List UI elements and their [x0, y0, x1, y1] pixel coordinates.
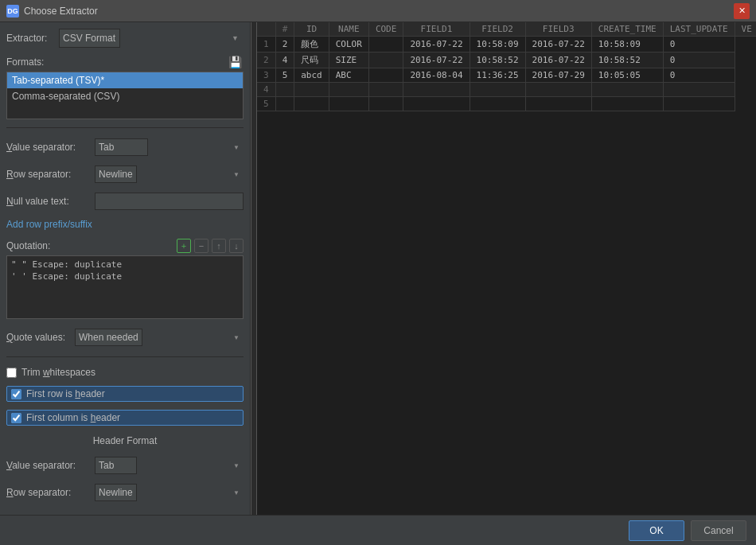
panel-divider — [251, 22, 257, 515]
formats-section: Formats: 💾 Tab-separated (TSV)* Comma-se… — [6, 56, 244, 119]
row-separator-select-wrapper: Newline CR+LF — [95, 165, 244, 183]
quote-values-select[interactable]: When needed Always Never — [75, 329, 142, 346]
cell-3-8: 10:05:05 — [591, 68, 663, 83]
format-item-csv[interactable]: Comma-separated (CSV) — [7, 88, 243, 104]
ok-button[interactable]: OK — [629, 520, 684, 541]
quotation-item-1: " " Escape: duplicate — [10, 259, 240, 271]
value-separator-select[interactable]: Tab Comma Semicolon — [95, 138, 148, 156]
null-value-input[interactable] — [95, 193, 244, 210]
cell-1-4 — [368, 37, 403, 53]
extractor-select[interactable]: CSV Format — [59, 29, 120, 48]
row-separator-2-select[interactable]: Newline CR+LF — [95, 484, 137, 501]
quotation-remove-button[interactable]: − — [194, 239, 208, 253]
null-value-row: Null value text: — [6, 193, 244, 210]
app-icon: DG — [6, 5, 19, 18]
quote-values-label: Quote values: — [6, 332, 70, 343]
cell-5-8 — [591, 97, 663, 111]
cell-1-9: 0 — [663, 37, 735, 53]
cell-3-9: 0 — [663, 68, 735, 83]
cell-5-6 — [470, 97, 525, 111]
value-separator-2-row: Value separator: Tab Comma — [6, 457, 244, 474]
title-bar: DG Choose Extractor ✕ — [0, 0, 756, 22]
formats-save-button[interactable]: 💾 — [227, 56, 244, 68]
cell-3-6: 11:36:25 — [470, 68, 525, 83]
cell-rownum-4: 4 — [257, 83, 275, 97]
header-format-label: Header Format — [6, 435, 244, 446]
cell-4-9 — [663, 83, 735, 97]
quotation-item-2: ' ' Escape: duplicate — [10, 271, 240, 282]
quotation-add-button[interactable]: + — [177, 239, 191, 253]
extractor-label: Extractor: — [6, 33, 54, 44]
cell-4-6 — [470, 83, 525, 97]
first-row-header-label[interactable]: First row is header — [26, 388, 105, 399]
table-row: 2 4 尺码 SIZE 2016-07-22 10:58:52 2016-07-… — [257, 53, 756, 68]
extractor-row: Extractor: CSV Format — [6, 29, 244, 48]
cell-rownum-5: 5 — [257, 97, 275, 111]
cell-3-3: ABC — [329, 68, 368, 83]
cell-5-7 — [525, 97, 591, 111]
col-field2: FIELD2 — [470, 22, 525, 37]
cancel-button[interactable]: Cancel — [691, 520, 746, 541]
dialog-title: Choose Extractor — [24, 6, 734, 17]
cell-3-1: 5 — [275, 68, 294, 83]
col-rownum — [257, 22, 275, 37]
row-separator-select[interactable]: Newline CR+LF — [95, 165, 137, 183]
cell-4-8 — [591, 83, 663, 97]
separator-1 — [6, 127, 244, 128]
right-panel: # ID NAME CODE FIELD1 FIELD2 FIELD3 CREA… — [257, 22, 756, 515]
cell-4-5 — [403, 83, 470, 97]
extractor-select-wrapper: CSV Format — [59, 29, 244, 48]
cell-4-1 — [275, 83, 294, 97]
quotation-label: Quotation: — [6, 240, 173, 251]
cell-2-6: 10:58:52 — [470, 53, 525, 68]
cell-3-2: abcd — [294, 68, 329, 83]
row-separator-2-label: Row separator: — [6, 487, 90, 498]
cell-5-3 — [329, 97, 368, 111]
null-value-label: Null value text: — [6, 196, 90, 207]
first-column-header-label[interactable]: First column is header — [26, 412, 120, 423]
first-row-header-checkbox[interactable] — [11, 389, 21, 399]
left-panel: Extractor: CSV Format Formats: 💾 Tab-sep… — [0, 22, 251, 515]
cell-5-4 — [368, 97, 403, 111]
quotation-down-button[interactable]: ↓ — [229, 239, 244, 253]
cell-5-5 — [403, 97, 470, 111]
close-button[interactable]: ✕ — [734, 3, 750, 19]
quote-values-row: Quote values: When needed Always Never — [6, 329, 244, 346]
row-separator-2-row: Row separator: Newline CR+LF — [6, 484, 244, 501]
col-code: CODE — [368, 22, 403, 37]
col-id: ID — [294, 22, 329, 37]
cell-rownum-1: 1 — [257, 37, 275, 53]
trim-whitespaces-row: Trim whitespaces — [6, 367, 244, 378]
quotation-header: Quotation: + − ↑ ↓ — [6, 239, 244, 253]
value-separator-select-wrapper: Tab Comma Semicolon — [95, 138, 244, 156]
first-column-header-checkbox[interactable] — [11, 413, 21, 423]
format-item-tsv[interactable]: Tab-separated (TSV)* — [7, 72, 243, 88]
value-separator-2-select-wrapper: Tab Comma — [95, 457, 244, 474]
cell-1-2: 颜色 — [294, 37, 329, 53]
col-name: NAME — [329, 22, 368, 37]
cell-5-1 — [275, 97, 294, 111]
add-row-prefix-suffix-link[interactable]: Add row prefix/suffix — [6, 219, 244, 230]
formats-label: Formats: — [6, 56, 44, 68]
first-row-header-row: First row is header — [6, 386, 244, 402]
quotation-up-button[interactable]: ↑ — [212, 239, 226, 253]
table-row: 1 2 颜色 COLOR 2016-07-22 10:58:09 2016-07… — [257, 37, 756, 53]
cell-4-3 — [329, 83, 368, 97]
value-separator-row: Value separator: Tab Comma Semicolon — [6, 138, 244, 156]
bottom-bar: OK Cancel — [0, 515, 756, 545]
cell-2-4 — [368, 53, 403, 68]
cell-1-6: 10:58:09 — [470, 37, 525, 53]
cell-1-1: 2 — [275, 37, 294, 53]
cell-4-4 — [368, 83, 403, 97]
value-separator-2-select[interactable]: Tab Comma — [95, 457, 137, 474]
col-hash: # — [275, 22, 294, 37]
table-row: 4 — [257, 83, 756, 97]
col-ve: VE — [735, 22, 756, 37]
quotation-list: " " Escape: duplicate ' ' Escape: duplic… — [6, 255, 244, 319]
quotation-section: Quotation: + − ↑ ↓ " " Escape: duplicate… — [6, 239, 244, 319]
cell-1-3: COLOR — [329, 37, 368, 53]
trim-whitespaces-label[interactable]: Trim whitespaces — [21, 367, 95, 378]
cell-3-5: 2016-08-04 — [403, 68, 470, 83]
formats-list: Tab-separated (TSV)* Comma-separated (CS… — [6, 72, 244, 119]
trim-whitespaces-checkbox[interactable] — [6, 368, 17, 378]
